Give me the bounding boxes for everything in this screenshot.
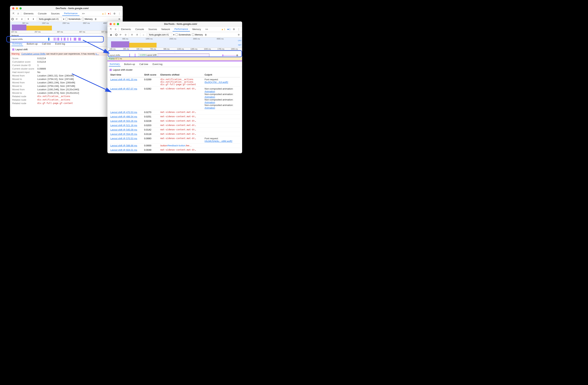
dom-node-link[interactable]: div.notification__actions <box>160 81 203 83</box>
layout-shift-link[interactable]: Layout shift @ 588.68 ms <box>110 144 137 147</box>
screenshots-checkbox[interactable]: Screenshots <box>175 34 191 36</box>
zoom-icon[interactable] <box>20 7 22 9</box>
sidebar-toggle-icon[interactable]: ▣ <box>109 33 113 37</box>
culprit-link[interactable]: Animation <box>205 107 215 109</box>
gc-icon[interactable]: 🗑 <box>94 17 98 21</box>
settings-icon[interactable]: ⚙ <box>232 27 236 31</box>
tab-summary[interactable]: Summary <box>11 42 23 46</box>
dom-node-link[interactable]: div.notification__actions <box>160 78 203 81</box>
tab-eventlog[interactable]: Event log <box>54 42 66 46</box>
target-select[interactable]: fonts.google.com #1 <box>148 33 172 37</box>
dom-node-link[interactable]: div.notification__actions <box>37 95 70 98</box>
device-icon[interactable]: ⎚ <box>16 12 20 16</box>
tab-console[interactable]: Console <box>133 27 146 31</box>
layout-shift-link[interactable]: Layout shift @ 441.20 ms <box>110 78 137 81</box>
upload-icon[interactable]: ⬆ <box>26 17 30 21</box>
tab-performance[interactable]: Performance <box>62 11 79 16</box>
dom-node-link[interactable]: div.gf-full-page.gf-content <box>37 102 73 105</box>
tab-calltree[interactable]: Call tree <box>41 42 52 46</box>
overview-timeline[interactable]: 997 ms 1997 ms 2997 ms 3997 ms 4997 ms <box>10 22 123 31</box>
dom-node-link[interactable]: mat-sidenav-content.mat-dr… <box>160 120 203 122</box>
time-ruler[interactable]: 197 ms 297 ms 397 ms 497 ms 597 ms <box>10 31 123 34</box>
chevron-down-icon[interactable]: ▾ <box>63 18 64 21</box>
culprit-link[interactable]: HhzMU5Ak9u…p9M.woff2 <box>205 140 232 143</box>
layout-shift-link[interactable]: Layout shift @ 470.53 ms <box>110 111 137 114</box>
perf-settings-icon[interactable]: ⚙ <box>237 33 241 37</box>
target-select[interactable]: fonts.google.com #1 <box>38 17 62 21</box>
tab-console[interactable]: Console <box>36 11 48 16</box>
dom-node-link[interactable]: mat-sidenav-content.mat-dr… <box>160 149 203 151</box>
reload-icon[interactable]: ⟳ <box>119 33 123 37</box>
culprit-link[interactable]: Animation <box>205 90 215 93</box>
issue-badge[interactable]: ■ 1 <box>107 12 112 15</box>
tab-eventlog[interactable]: Event log <box>152 62 163 66</box>
layout-shift-link[interactable]: Layout shift @ 604.01 ms <box>110 149 137 151</box>
tab-memory[interactable]: Memory <box>190 27 203 31</box>
tab-sources[interactable]: Sources <box>147 27 159 31</box>
upload-icon[interactable]: ⬆ <box>130 33 134 37</box>
minimize-icon[interactable] <box>16 7 18 9</box>
tab-network[interactable]: Network <box>160 27 172 31</box>
warning-badge[interactable]: ▲ 1 <box>220 28 226 31</box>
layout-shift-link[interactable]: Layout shift @ 457.07 ms <box>110 87 137 90</box>
info-badge[interactable]: ■ 1 <box>227 28 231 31</box>
dom-node-link[interactable]: div.gf-full-page.gf-content <box>160 83 203 86</box>
kebab-icon[interactable]: ⋮ <box>237 27 241 31</box>
clear-icon[interactable]: ⊘ <box>20 17 24 21</box>
frames-track[interactable]: Frames 67.1 ms <box>107 57 242 61</box>
download-icon[interactable]: ⬇ <box>135 33 139 37</box>
memory-checkbox[interactable]: Memory <box>82 18 93 21</box>
settings-icon[interactable]: ⚙ <box>112 12 117 16</box>
warning-badge[interactable]: ▲ 2 <box>101 12 106 15</box>
layout-shift-link[interactable]: Layout shift @ 545.09 ms <box>110 128 137 131</box>
device-icon[interactable]: ⎚ <box>114 27 118 31</box>
inspect-icon[interactable]: ⇱ <box>109 27 113 31</box>
layout-shift-link[interactable]: Layout shift @ 521.16 ms <box>110 124 137 127</box>
tab-bottomup[interactable]: Bottom-up <box>124 62 136 66</box>
cls-link[interactable]: Cumulative Layout Shifts <box>21 53 45 55</box>
dom-node-link[interactable]: button#feedback-button.fee… <box>160 144 191 147</box>
zoom-icon[interactable] <box>117 23 119 25</box>
culprit-link[interactable]: Animation <box>205 101 215 104</box>
tab-summary[interactable]: Summary <box>109 62 121 66</box>
tab-performance[interactable]: Performance <box>173 27 190 31</box>
kebab-icon[interactable]: ⋮ <box>117 12 121 16</box>
memory-checkbox[interactable]: Memory <box>192 34 203 36</box>
inspect-icon[interactable]: ⇱ <box>11 12 16 16</box>
layout-shift-link[interactable]: Layout shift @ 570.53 ms <box>110 137 137 140</box>
close-icon[interactable] <box>110 23 112 25</box>
dom-node-link[interactable]: mat-sidenav-content.mat-dr… <box>160 137 203 140</box>
dom-node-link[interactable]: mat-sidenav-content.mat-dr… <box>160 133 203 135</box>
dom-node-link[interactable]: mat-sidenav-content.mat-dr… <box>160 111 203 113</box>
dom-node-link[interactable]: div.notification__actions <box>37 99 70 101</box>
culprit-link[interactable]: t5sJIQcYNI…IUI.woff2 <box>205 81 228 84</box>
layout-shifts-track[interactable]: Layout shifts <box>10 37 123 41</box>
dom-node-link[interactable]: mat-sidenav-content.mat-dr… <box>160 128 203 131</box>
dom-node-link[interactable]: mat-sidenav-content.mat-dr… <box>160 87 203 90</box>
reload-icon[interactable]: ⟳ <box>15 17 19 21</box>
chevron-down-icon[interactable]: ▾ <box>173 34 174 36</box>
overview-timeline[interactable]: 995 ms 1995 ms 2995 ms 3995 ms 4995 ms C… <box>107 38 242 48</box>
tab-more[interactable]: >> <box>204 27 210 31</box>
dom-node-link[interactable]: mat-sidenav-content.mat-dr… <box>160 124 203 127</box>
record-icon[interactable] <box>115 34 117 36</box>
layout-shift-link[interactable]: Layout shift @ 486.54 ms <box>110 115 137 118</box>
layout-shifts-track[interactable]: Layout shifts 0.0269 Layout shift <box>107 53 242 57</box>
layout-shift-link[interactable]: Layout shift @ 503.26 ms <box>110 120 137 122</box>
tab-elements[interactable]: Elements <box>22 11 35 16</box>
close-icon[interactable] <box>12 7 14 9</box>
perf-settings-icon[interactable]: ⚙ <box>117 17 121 21</box>
screenshots-checkbox[interactable]: Screenshots <box>65 18 81 21</box>
dom-node-link[interactable]: mat-sidenav-content.mat-dr… <box>160 115 203 118</box>
gc-icon[interactable]: 🗑 <box>204 33 208 37</box>
network-track[interactable]: Network <box>10 34 123 37</box>
minimize-icon[interactable] <box>113 23 115 25</box>
tab-elements[interactable]: Elements <box>119 27 133 31</box>
tab-more[interactable]: >> <box>80 11 86 16</box>
tab-sources[interactable]: Sources <box>49 11 62 16</box>
layout-shift-link[interactable]: Layout shift @ 554.05 ms <box>110 133 137 135</box>
time-ruler[interactable]: 195 ms 395 ms 595 ms 795 ms 995 ms 1195 … <box>107 48 242 51</box>
tab-bottomup[interactable]: Bottom-up <box>26 42 38 46</box>
culprit-link[interactable]: Animation <box>205 96 215 98</box>
clear-icon[interactable]: ⊘ <box>124 33 128 37</box>
